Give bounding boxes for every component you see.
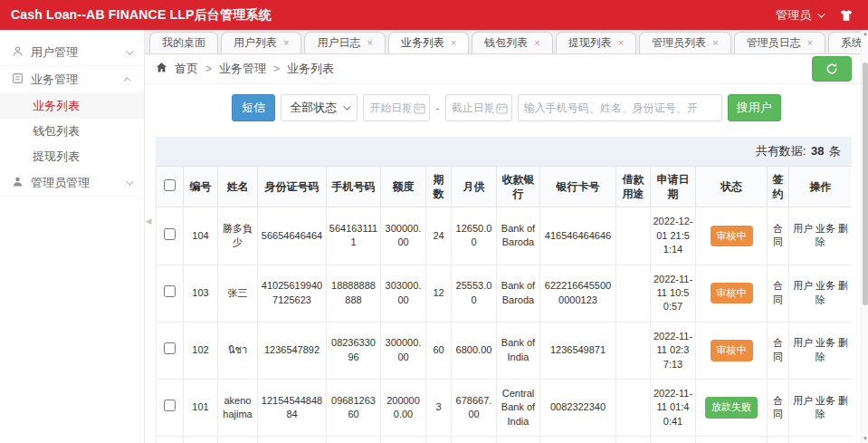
tab-5[interactable]: 提现列表 × (556, 32, 636, 53)
chevron-down-icon (343, 102, 350, 110)
cell-id: 103 (184, 265, 218, 322)
sidebar-group-label: 业务管理 (31, 72, 126, 88)
tab-label: 提现列表 (568, 35, 612, 51)
tab-2[interactable]: 用户日志 × (304, 32, 385, 53)
sidebar-item-1-2[interactable]: 提现列表 (0, 144, 144, 169)
status-badge[interactable]: 放款失败 (705, 397, 758, 418)
row-select-cell (157, 265, 184, 322)
close-icon[interactable]: × (618, 38, 624, 48)
select-all-checkbox[interactable] (164, 179, 176, 191)
record-count: 共有数据: 38 条 (156, 137, 852, 166)
sms-button[interactable]: 短信 (232, 94, 275, 121)
vertical-scrollbar[interactable]: ▲ ▼ (861, 30, 868, 443)
breadcrumb-item-1[interactable]: 业务管理 (219, 61, 266, 77)
tab-label: 用户日志 (317, 35, 360, 51)
cell-status: 审核中 (696, 207, 768, 265)
cell-name: 勝多負少 (218, 207, 258, 265)
action-link-1[interactable]: 业务 (816, 337, 835, 348)
contract-link[interactable]: 合同 (773, 280, 783, 304)
tab-6[interactable]: 管理员列表 × (639, 32, 730, 53)
sidebar-group-1[interactable]: 业务管理 (0, 66, 144, 93)
row-checkbox[interactable] (164, 400, 176, 411)
cell-bank: Central Bank of India (497, 379, 540, 436)
cell-status: 审核中 (696, 265, 768, 322)
action-link-1[interactable]: 业务 (816, 280, 835, 291)
cell-date: 2022-12-01 21:51:14 (651, 207, 696, 265)
tab-4[interactable]: 钱包列表 × (472, 32, 552, 53)
status-badge[interactable]: 审核中 (711, 340, 753, 361)
action-link-0[interactable]: 用户 (793, 337, 813, 348)
close-icon[interactable]: × (712, 38, 718, 48)
sidebar-group-0[interactable]: 用户管理 (0, 39, 144, 66)
row-checkbox[interactable] (164, 342, 176, 354)
table-row: 104勝多負少566546464645641631111300000.00241… (157, 207, 853, 265)
tabbar: 我的桌面 用户列表 × 用户日志 × 业务列表 × 钱包列表 × 提现列表 × … (145, 30, 868, 54)
contract-link[interactable]: 合同 (773, 337, 783, 361)
date-range-separator: - (435, 101, 439, 115)
row-checkbox[interactable] (164, 285, 176, 297)
contract-link[interactable]: 合同 (773, 223, 783, 247)
sidebar-collapse-handle[interactable]: ◀ (143, 212, 154, 230)
tab-0[interactable]: 我的桌面 (149, 32, 218, 53)
cell-id: 104 (184, 207, 218, 265)
cell-sign: 合同 (768, 322, 789, 379)
filter-bar: 短信 全部状态 - 搜用户 (145, 84, 868, 132)
cell-id: 96 (184, 437, 218, 443)
cell-sign: 合同 (768, 437, 789, 443)
cell-phone: 0968126360 (327, 379, 381, 436)
tab-label: 我的桌面 (162, 35, 205, 51)
status-select[interactable]: 全部状态 (281, 94, 358, 121)
column-header: 操作 (789, 167, 853, 207)
tab-3[interactable]: 业务列表 × (388, 32, 469, 53)
row-checkbox[interactable] (164, 228, 176, 240)
breadcrumb-item-2[interactable]: 业务列表 (287, 61, 334, 77)
status-badge[interactable]: 审核中 (711, 283, 753, 303)
cell-sign: 合同 (768, 379, 789, 436)
scroll-down-icon[interactable]: ▼ (862, 436, 868, 441)
close-icon[interactable]: × (534, 38, 539, 48)
close-icon[interactable]: × (451, 38, 456, 48)
close-icon[interactable]: × (283, 38, 289, 48)
row-select-cell (157, 322, 184, 379)
sidebar-item-1-1[interactable]: 钱包列表 (0, 119, 144, 144)
table-area: 共有数据: 38 条 编号姓名身份证号码手机号码额度期数月供收款银行银行卡号借款… (156, 137, 852, 443)
cell-bank: Bank of India (497, 322, 540, 379)
breadcrumb-item-0[interactable]: 首页 (175, 61, 198, 77)
tab-7[interactable]: 管理员日志 × (734, 32, 825, 53)
scrollbar-thumb[interactable] (863, 63, 868, 305)
action-link-0[interactable]: 用户 (793, 280, 813, 291)
shirt-icon[interactable] (839, 8, 854, 23)
main-area: 用户管理 业务管理 业务列表钱包列表提现列表 管理员管理 我的桌面 用户列表 ×… (0, 30, 868, 443)
column-header: 期数 (426, 167, 452, 207)
scroll-up-icon[interactable]: ▲ (862, 31, 868, 36)
refresh-button[interactable] (812, 56, 852, 82)
contract-link[interactable]: 合同 (773, 395, 783, 419)
cell-id: 101 (184, 379, 218, 436)
cell-periods: 12 (426, 265, 452, 322)
search-input[interactable] (518, 94, 722, 121)
column-header: 申请日期 (651, 167, 696, 207)
action-link-1[interactable]: 业务 (816, 223, 835, 234)
end-date-input[interactable] (445, 94, 512, 121)
cell-card: 0082322340 (540, 379, 616, 436)
close-icon[interactable]: × (807, 38, 813, 48)
cell-id: 102 (184, 322, 218, 379)
close-icon[interactable]: × (367, 38, 372, 48)
sidebar-group-2[interactable]: 管理员管理 (0, 169, 144, 197)
cell-monthly: 12650.00 (452, 207, 497, 265)
user-menu[interactable]: 管理员 (776, 7, 823, 24)
row-select-cell (157, 379, 184, 436)
tab-1[interactable]: 用户列表 × (221, 32, 301, 53)
search-user-button[interactable]: 搜用户 (728, 94, 781, 121)
sidebar-item-1-0[interactable]: 业务列表 (0, 93, 144, 119)
row-select-cell (157, 207, 184, 265)
cell-id_card: 410256199407125623 (258, 265, 327, 322)
column-header: 收款银行 (497, 167, 540, 207)
cell-purpose (616, 437, 651, 443)
start-date-input[interactable] (363, 94, 430, 121)
action-link-1[interactable]: 业务 (816, 395, 835, 406)
user-icon (12, 45, 24, 60)
action-link-0[interactable]: 用户 (793, 395, 813, 406)
action-link-0[interactable]: 用户 (793, 223, 813, 234)
status-badge[interactable]: 审核中 (711, 226, 753, 246)
